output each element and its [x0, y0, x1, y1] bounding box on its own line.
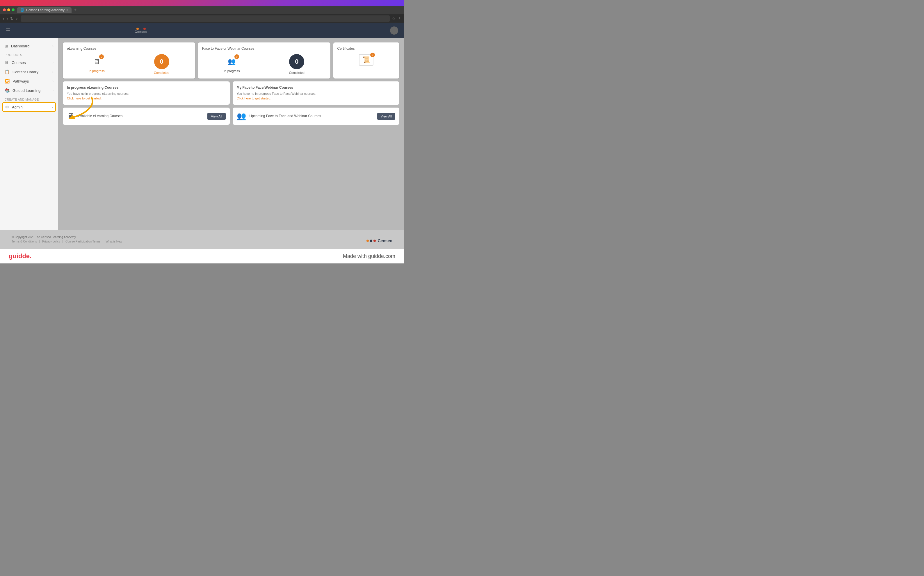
dashboard-progress-cards: In progress eLearning Courses You have n…	[63, 82, 399, 105]
dashboard-icon: ⊞	[5, 43, 8, 48]
sidebar: ⊞ Dashboard › PRODUCTS 🖥 Courses › 📋 Con…	[0, 38, 58, 230]
tab-favicon: 🌐	[20, 8, 24, 12]
new-tab-button[interactable]: +	[74, 7, 77, 13]
courses-icon: 🖥	[5, 60, 9, 65]
sidebar-item-courses[interactable]: 🖥 Courses ›	[0, 58, 58, 67]
refresh-button[interactable]: ↻	[10, 16, 14, 21]
faceto-completed-label: Completed	[289, 71, 304, 74]
available-elearning-label: Available eLearning Courses	[78, 114, 204, 118]
content-library-chevron-icon: ›	[52, 70, 53, 74]
faceto-card-title: Face to Face or Webinar Courses	[202, 46, 326, 51]
guided-learning-chevron-icon: ›	[52, 89, 53, 92]
elearning-completed-stat: 0 Completed	[154, 54, 169, 74]
elearning-completed-label: Completed	[154, 71, 169, 74]
guidde-tagline: Made with guidde.com	[343, 253, 395, 259]
forward-button[interactable]: ›	[7, 16, 8, 21]
footer-links: Terms & Conditions | Privacy policy | Co…	[12, 240, 122, 243]
extensions-icon[interactable]: ⋮	[397, 17, 401, 21]
elearning-card-stats: 🖥 0 In progress 0 Completed	[67, 54, 191, 74]
home-button[interactable]: ⌂	[16, 16, 18, 21]
faceto-in-progress-badge: 0	[234, 54, 239, 59]
certificates-card: Certificates 📜 0	[333, 42, 399, 78]
address-bar[interactable]	[21, 15, 390, 22]
faceto-webinar-title: My Face to Face/Webinar Courses	[237, 85, 396, 90]
faceto-card-stats: 👥 0 In progress 0 Completed	[202, 54, 326, 74]
browser-toolbar: 🌐 Censeo Learning Academy × +	[0, 6, 404, 14]
courses-chevron-icon: ›	[52, 61, 53, 64]
terms-conditions-link[interactable]: Terms & Conditions	[12, 240, 37, 243]
maximize-window-button[interactable]	[12, 8, 14, 11]
certs-badge: 0	[370, 53, 375, 57]
sidebar-pathways-label: Pathways	[13, 79, 29, 83]
pathways-chevron-icon: ›	[52, 79, 53, 83]
sidebar-item-dashboard[interactable]: ⊞ Dashboard ›	[0, 41, 58, 51]
content-area: eLearning Courses 🖥 0 In progress 0 Comp…	[58, 38, 404, 230]
footer-censeo-circle-2	[370, 240, 372, 242]
footer-left: © Copyright 2023 The Censeo Learning Aca…	[12, 235, 122, 243]
sidebar-item-content-library[interactable]: 📋 Content Library ›	[0, 67, 58, 77]
available-elearning-icon: 🖥	[67, 112, 74, 121]
upcoming-faceto-icon: 👥	[237, 112, 246, 121]
active-browser-tab[interactable]: 🌐 Censeo Learning Academy ×	[17, 7, 72, 13]
sidebar-admin-label: Admin	[12, 105, 23, 109]
guided-learning-icon: 📚	[5, 88, 10, 93]
browser-action-buttons: ☆ ⋮	[392, 17, 401, 21]
certs-stat: 📜 0	[359, 54, 373, 66]
create-manage-section-label: CREATE AND MANAGE	[0, 95, 58, 102]
footer-censeo-circle-1	[367, 240, 369, 242]
sidebar-dashboard-label: Dashboard	[11, 44, 30, 48]
app-footer: © Copyright 2023 The Censeo Learning Aca…	[0, 230, 404, 249]
elearning-completed-circle: 0	[154, 54, 169, 69]
browser-nav-bar: ‹ › ↻ ⌂ ☆ ⋮	[0, 14, 404, 23]
faceto-in-progress-stat: 👥 0 In progress	[224, 56, 240, 73]
logo-text: Censeo	[135, 30, 147, 34]
faceto-in-progress-label: In progress	[224, 69, 240, 73]
footer-separator-3: |	[102, 240, 104, 243]
certs-card-title: Certificates	[337, 46, 395, 51]
available-courses-section: 🖥 Available eLearning Courses View All 👥…	[63, 107, 399, 125]
in-progress-elearning-card: In progress eLearning Courses You have n…	[63, 82, 230, 105]
footer-copyright: © Copyright 2023 The Censeo Learning Aca…	[12, 235, 122, 239]
minimize-window-button[interactable]	[7, 8, 10, 11]
sidebar-item-pathways[interactable]: 🔀 Pathways ›	[0, 77, 58, 86]
censeo-logo-icon	[136, 28, 146, 30]
sidebar-content-library-label: Content Library	[13, 70, 38, 74]
faceto-webinar-link[interactable]: Click here to get started.	[237, 96, 271, 100]
hamburger-menu-button[interactable]: ☰	[6, 27, 10, 34]
view-all-elearning-button[interactable]: View All	[207, 113, 226, 120]
whats-new-link[interactable]: What is New	[106, 240, 122, 243]
faceto-in-progress-icon-wrapper: 👥 0	[226, 56, 238, 67]
dashboard-top-cards: eLearning Courses 🖥 0 In progress 0 Comp…	[63, 42, 399, 78]
footer-logo-text: Censeo	[378, 238, 392, 243]
faceto-webinar-text: You have no in progress Face to Face/Web…	[237, 92, 396, 95]
top-navigation: ☰ Censeo	[0, 23, 404, 38]
browser-gradient-bar	[0, 0, 404, 6]
faceto-webinar-card: My Face to Face/Webinar Courses You have…	[233, 82, 400, 105]
main-layout: ⊞ Dashboard › PRODUCTS 🖥 Courses › 📋 Con…	[0, 38, 404, 230]
upcoming-faceto-label: Upcoming Face to Face and Webinar Course…	[250, 114, 374, 118]
bookmark-icon[interactable]: ☆	[392, 17, 395, 21]
footer-censeo-circles	[367, 240, 376, 242]
guidde-logo: guidde.	[9, 253, 31, 260]
in-progress-elearning-title: In progress eLearning Courses	[67, 85, 226, 90]
privacy-policy-link[interactable]: Privacy policy	[42, 240, 60, 243]
faceto-completed-stat: 0 Completed	[289, 54, 304, 74]
faceto-completed-circle: 0	[289, 54, 304, 69]
elearning-in-progress-label: In progress	[89, 69, 105, 73]
admin-icon: ⚙	[5, 105, 9, 109]
footer-separator-2: |	[62, 240, 63, 243]
faceto-courses-card: Face to Face or Webinar Courses 👥 0 In p…	[198, 42, 330, 78]
in-progress-elearning-link[interactable]: Click here to get started.	[67, 96, 101, 100]
tab-close-button[interactable]: ×	[66, 8, 68, 12]
sidebar-item-guided-learning[interactable]: 📚 Guided Learning ›	[0, 86, 58, 95]
elearning-in-progress-icon-wrapper: 🖥 0	[91, 56, 102, 67]
user-avatar[interactable]	[390, 26, 398, 35]
content-library-icon: 📋	[5, 69, 10, 74]
app-wrapper: ☰ Censeo ⊞ Dashboard › PRODUCTS 🖥 C	[0, 23, 404, 249]
sidebar-courses-label: Courses	[12, 61, 26, 65]
close-window-button[interactable]	[3, 8, 6, 11]
sidebar-item-admin[interactable]: ⚙ Admin ›	[2, 102, 56, 112]
course-participation-terms-link[interactable]: Course Participation Terms	[66, 240, 100, 243]
back-button[interactable]: ‹	[3, 16, 4, 21]
view-all-faceto-button[interactable]: View All	[377, 113, 395, 120]
